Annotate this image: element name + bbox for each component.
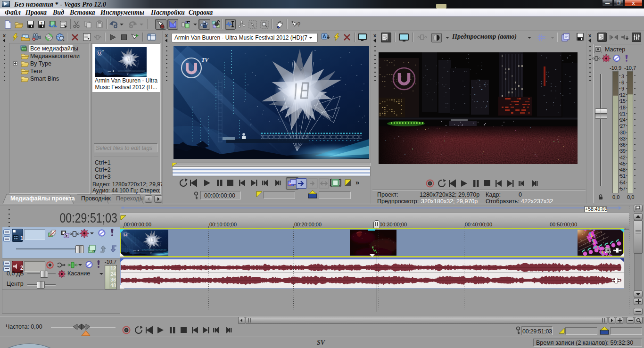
svg-text:1: 1 bbox=[20, 235, 23, 241]
svg-text:?: ? bbox=[297, 21, 300, 28]
svg-text:α: α bbox=[92, 249, 95, 253]
svg-text:A: A bbox=[322, 33, 326, 39]
svg-text:?: ? bbox=[41, 21, 43, 25]
svg-text:TV: TV bbox=[201, 57, 209, 63]
